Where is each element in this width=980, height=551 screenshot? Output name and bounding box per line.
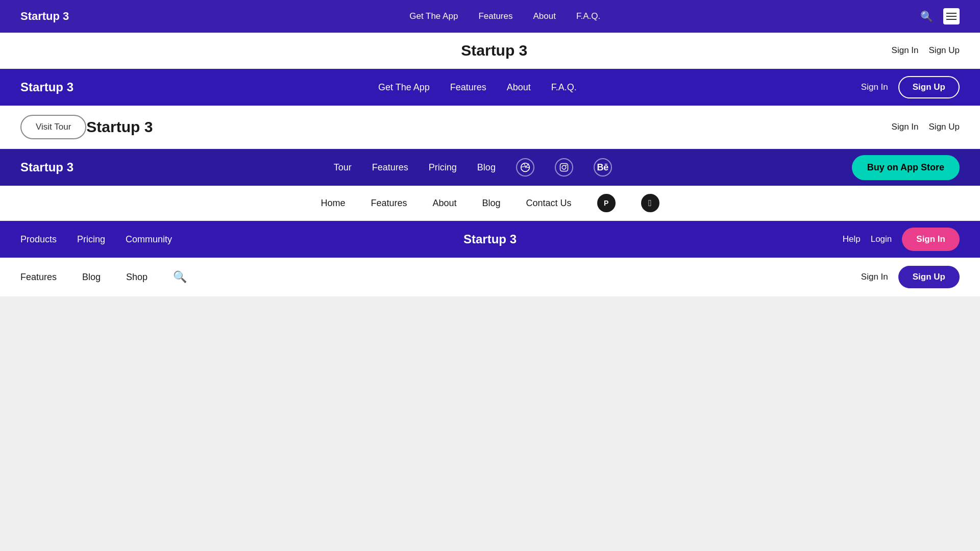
sign-up-btn-2[interactable]: Sign Up — [898, 76, 960, 98]
nav-link-home-4[interactable]: Home — [321, 198, 345, 209]
sign-in-btn-4[interactable]: Sign In — [902, 228, 960, 251]
nav-right-3: Buy on App Store — [852, 155, 960, 180]
sign-in-link-5[interactable]: Sign In — [861, 272, 888, 282]
nav-link-features-2[interactable]: Features — [450, 82, 486, 93]
section-title-2: Startup 3 — [86, 118, 153, 136]
nav-link-contact-us-4[interactable]: Contact Us — [526, 198, 572, 209]
nav-link-shop-5[interactable]: Shop — [126, 272, 148, 283]
menu-icon-1[interactable] — [943, 8, 960, 24]
search-icon-5[interactable]: 🔍 — [173, 270, 187, 284]
sign-in-link-1[interactable]: Sign In — [892, 45, 919, 56]
nav-links-2: Get The App Features About F.A.Q. — [94, 82, 861, 93]
sign-in-link-2[interactable]: Sign In — [861, 82, 888, 92]
nav-link-faq-1[interactable]: F.A.Q. — [576, 11, 600, 21]
brand-1[interactable]: Startup 3 — [20, 10, 69, 23]
svg-rect-1 — [560, 164, 568, 171]
nav-link-pricing-4[interactable]: Pricing — [77, 234, 105, 245]
behance-icon-3[interactable]: Bē — [594, 158, 612, 177]
product-hunt-icon[interactable]: P — [597, 194, 616, 212]
navbar-2: Startup 3 Get The App Features About F.A… — [0, 69, 980, 106]
help-link-4[interactable]: Help — [843, 234, 861, 244]
navbar-3: Startup 3 Tour Features Pricing Blog Bē … — [0, 149, 980, 186]
nav-link-features-5[interactable]: Features — [20, 272, 57, 283]
nav-link-tour-3[interactable]: Tour — [334, 162, 352, 173]
nav-link-blog-4[interactable]: Blog — [482, 198, 501, 209]
nav-links-1: Get The App Features About F.A.Q. — [89, 11, 920, 21]
sign-up-link-3[interactable]: Sign Up — [929, 122, 960, 132]
search-icon-1[interactable]: 🔍 — [920, 10, 933, 22]
nav-right-4: Help Login Sign In — [843, 228, 960, 251]
nav-link-pricing-3[interactable]: Pricing — [429, 162, 457, 173]
brand-4[interactable]: Startup 3 — [463, 232, 517, 246]
nav-right-1: 🔍 — [920, 8, 960, 24]
content-section-1: Startup 3 Sign In Sign Up — [0, 33, 980, 69]
navbar-4: Products Pricing Community Startup 3 Hel… — [0, 221, 980, 258]
nav-link-products-4[interactable]: Products — [20, 234, 57, 245]
content-right-1: Sign In Sign Up — [892, 45, 960, 56]
sign-up-link-1[interactable]: Sign Up — [929, 45, 960, 56]
brand-3[interactable]: Startup 3 — [20, 160, 74, 174]
nav-link-about-2[interactable]: About — [507, 82, 531, 93]
nav-link-get-the-app-2[interactable]: Get The App — [378, 82, 430, 93]
section-title-1: Startup 3 — [97, 42, 892, 59]
nav-link-faq-2[interactable]: F.A.Q. — [551, 82, 577, 93]
visit-tour-btn-1[interactable]: Visit Tour — [20, 115, 86, 139]
dribbble-icon-3[interactable] — [516, 158, 534, 177]
nav-link-blog-5[interactable]: Blog — [82, 272, 101, 283]
nav-link-features-3[interactable]: Features — [372, 162, 408, 173]
nav-right-2: Sign In Sign Up — [861, 76, 960, 98]
nav-link-blog-3[interactable]: Blog — [477, 162, 496, 173]
nav-links-3: Tour Features Pricing Blog Bē — [94, 158, 852, 177]
nav-link-get-the-app-1[interactable]: Get The App — [409, 11, 458, 21]
nav-links-4: Products Pricing Community — [20, 234, 172, 245]
sign-in-link-3[interactable]: Sign In — [892, 122, 919, 132]
brand-2[interactable]: Startup 3 — [20, 80, 74, 94]
nav-link-community-4[interactable]: Community — [126, 234, 172, 245]
sign-up-btn-5[interactable]: Sign Up — [898, 266, 960, 288]
content-section-4: Features Blog Shop 🔍 Sign In Sign Up — [0, 258, 980, 296]
buy-app-store-btn[interactable]: Buy on App Store — [852, 155, 960, 180]
nav-link-about-4[interactable]: About — [432, 198, 456, 209]
navbar-1: Startup 3 Get The App Features About F.A… — [0, 0, 980, 33]
content-section-2: Visit Tour Startup 3 Sign In Sign Up — [0, 106, 980, 149]
content-right-2: Sign In Sign Up — [892, 122, 960, 132]
login-link-4[interactable]: Login — [871, 234, 892, 244]
nav-link-about-1[interactable]: About — [533, 11, 555, 21]
nav-link-features-4[interactable]: Features — [371, 198, 407, 209]
svg-point-3 — [566, 165, 567, 166]
svg-point-2 — [562, 165, 566, 169]
content-right-4: Sign In Sign Up — [861, 266, 960, 288]
bottom-nav-links: Features Blog Shop 🔍 — [20, 270, 187, 284]
instagram-icon-3[interactable] — [555, 158, 573, 177]
content-section-3: Home Features About Blog Contact Us P  — [0, 186, 980, 221]
apple-icon[interactable]:  — [641, 194, 659, 212]
nav-link-features-1[interactable]: Features — [478, 11, 512, 21]
